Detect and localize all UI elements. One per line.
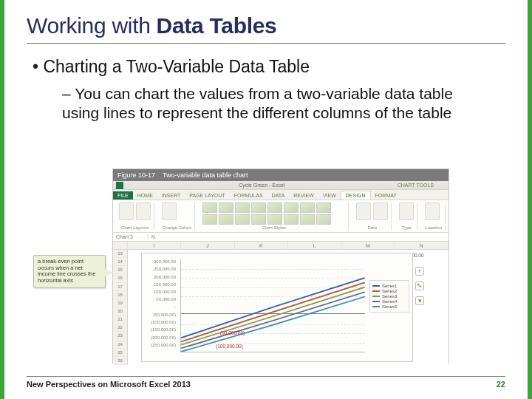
titlebar: Cycle Green - Excel CHART TOOLS	[113, 181, 449, 190]
select-data-button[interactable]	[373, 202, 388, 220]
style-thumb[interactable]	[235, 214, 250, 225]
title-prefix: Working with	[27, 13, 151, 38]
style-thumb[interactable]	[219, 214, 233, 225]
y-tick: 100,000.00	[154, 290, 176, 294]
ribbon-label-type: Type	[399, 225, 414, 230]
neg-data-label: (50,000.00)	[220, 330, 245, 335]
neg-data-label: (100,000.00)	[216, 344, 243, 349]
change-colors-button[interactable]	[162, 202, 177, 220]
figure-number: Figure 10-17	[117, 171, 155, 179]
col-L[interactable]: L	[288, 242, 341, 250]
row-num[interactable]: 26	[113, 357, 127, 365]
col-J[interactable]: J	[181, 242, 234, 250]
worksheet-grid[interactable]: 100,000.00 115,000.00 135,000.00 255,000…	[113, 250, 449, 365]
style-thumb[interactable]	[284, 202, 299, 213]
row-num[interactable]: 15	[113, 266, 127, 274]
style-thumb[interactable]	[316, 214, 331, 225]
style-thumb[interactable]	[219, 202, 233, 213]
style-thumb[interactable]	[251, 202, 266, 213]
slide-footer: New Perspectives on Microsoft Excel 2013…	[27, 376, 505, 389]
excel-window: Cycle Green - Excel CHART TOOLS FILE HOM…	[113, 181, 449, 363]
slide: Working with Data Tables Charting a Two-…	[0, 0, 532, 399]
quick-layout-button[interactable]	[136, 202, 151, 220]
row-num[interactable]: 16	[113, 274, 127, 282]
style-thumb[interactable]	[251, 214, 266, 225]
row-num[interactable]: 23	[113, 332, 127, 340]
col-N[interactable]: N	[395, 242, 449, 250]
style-thumb[interactable]	[300, 202, 315, 213]
excel-icon	[116, 182, 123, 189]
ribbon-tabs[interactable]: FILE HOME INSERT PAGE LAYOUT FORMULAS DA…	[113, 190, 449, 200]
y-tick: -	[174, 305, 176, 310]
ribbon-label-data: Data	[356, 225, 388, 230]
col-corner[interactable]	[113, 242, 128, 250]
tab-design[interactable]: DESIGN	[341, 191, 371, 200]
style-thumb[interactable]	[267, 202, 282, 213]
y-tick: 250,000.00	[154, 267, 176, 271]
ribbon-label-layouts: Chart Layouts	[119, 225, 151, 230]
chart-filter-icon[interactable]: ▾	[415, 296, 424, 305]
embedded-chart[interactable]: 300,000.00 250,000.00 200,000.00 150,000…	[141, 253, 413, 362]
row-num[interactable]: 21	[113, 316, 127, 324]
tab-formulas[interactable]: FORMULAS	[230, 191, 267, 200]
tool-tab-label: CHART TOOLS	[398, 183, 434, 188]
tab-format[interactable]: FORMAT	[371, 191, 401, 200]
row-num[interactable]: 18	[113, 291, 127, 299]
add-chart-element-button[interactable]	[119, 202, 134, 220]
name-box[interactable]: Chart 3	[113, 234, 149, 239]
switch-row-column-button[interactable]	[356, 202, 371, 220]
col-I[interactable]: I	[128, 242, 181, 250]
y-tick: 150,000.00	[154, 282, 176, 287]
row-num[interactable]: 25	[113, 349, 127, 357]
col-K[interactable]: K	[235, 242, 288, 250]
col-M[interactable]: M	[341, 242, 395, 250]
row-num[interactable]: 19	[113, 299, 127, 307]
row-num[interactable]: 22	[113, 324, 127, 332]
chart-side-buttons[interactable]: + ✎ ▾	[415, 267, 424, 305]
tab-insert[interactable]: INSERT	[157, 191, 185, 200]
row-num[interactable]: 13	[113, 250, 127, 258]
style-thumb[interactable]	[235, 202, 250, 213]
chart-style-gallery[interactable]	[202, 202, 345, 225]
row-num[interactable]: 20	[113, 307, 127, 316]
tab-pagelayout[interactable]: PAGE LAYOUT	[185, 191, 229, 200]
legend-item: Series3	[382, 294, 397, 299]
tab-file[interactable]: FILE	[113, 191, 133, 200]
style-thumb[interactable]	[284, 214, 299, 225]
style-thumb[interactable]	[300, 214, 315, 225]
row-num[interactable]: 14	[113, 258, 127, 266]
y-tick: (50,000.00)	[153, 313, 176, 317]
ribbon-group-layouts: Chart Layouts	[116, 202, 154, 230]
y-tick: 50,000.00	[156, 297, 176, 301]
style-thumb[interactable]	[202, 202, 217, 213]
row-num[interactable]: 24	[113, 341, 127, 349]
footer-page-number: 22	[497, 380, 505, 389]
y-tick: 200,000.00	[154, 275, 176, 279]
tab-data[interactable]: DATA	[267, 191, 290, 200]
ribbon-group-data: Data	[353, 202, 392, 230]
figure-caption: Two-variable data table chart	[163, 171, 248, 179]
tab-home[interactable]: HOME	[133, 191, 157, 200]
style-thumb[interactable]	[316, 202, 331, 213]
legend-item: Series1	[382, 284, 397, 288]
title-main: Data Tables	[151, 13, 277, 38]
row-num[interactable]: 17	[113, 283, 127, 291]
style-thumb[interactable]	[267, 214, 282, 225]
style-thumb[interactable]	[202, 214, 217, 225]
chart-plus-icon[interactable]: +	[415, 267, 424, 276]
y-tick: (250,000.00)	[151, 343, 176, 347]
tab-review[interactable]: REVIEW	[289, 191, 318, 200]
row-headers: 13 14 15 16 17 18 19 20 21 22 23 24 25 2…	[113, 250, 128, 365]
chart-series	[181, 259, 365, 352]
bullet-level-1: Charting a Two-Variable Data Table	[33, 57, 505, 77]
tab-view[interactable]: VIEW	[318, 191, 341, 200]
formula-bar[interactable]: Chart 3 fx	[113, 233, 449, 242]
ribbon-group-colors: Change Colors	[159, 202, 195, 230]
y-tick: 300,000.00	[154, 259, 176, 264]
fx-icon[interactable]: fx	[149, 234, 158, 239]
callout-breakeven: a break-even point occurs when a net inc…	[33, 255, 106, 288]
chart-brush-icon[interactable]: ✎	[415, 282, 424, 290]
chart-legend: Series1 Series2 Series3 Series4 Series5	[369, 280, 409, 313]
move-chart-button[interactable]	[425, 202, 440, 220]
change-chart-type-button[interactable]	[399, 202, 414, 220]
